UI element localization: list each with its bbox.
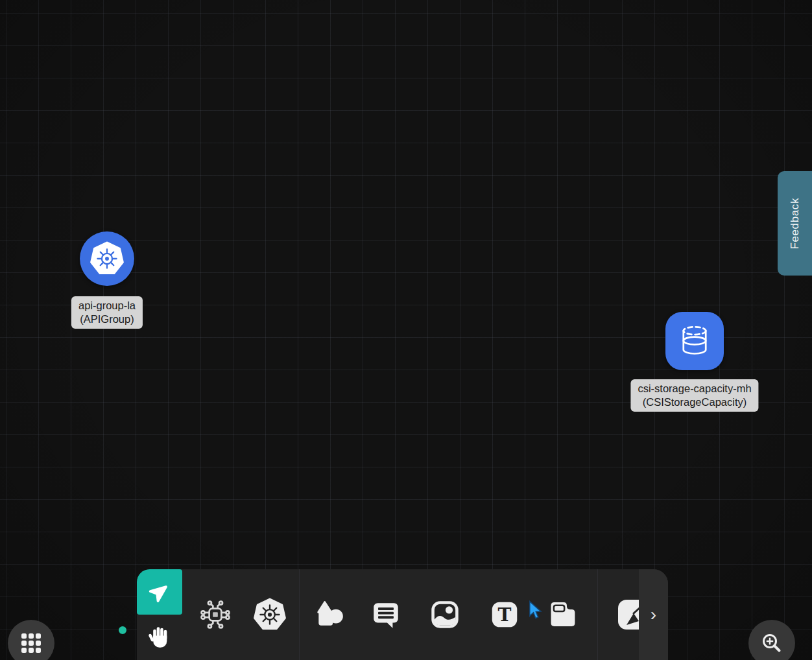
- storage-cylinder-icon: [676, 322, 713, 360]
- feedback-tab-label: Feedback: [789, 198, 802, 249]
- pan-tool-button[interactable]: [137, 615, 182, 660]
- text-tool-button[interactable]: T: [484, 594, 525, 635]
- node-badge[interactable]: [80, 231, 134, 286]
- node-csi-storage-capacity[interactable]: [665, 312, 724, 370]
- node-label-kind: (APIGroup): [78, 312, 136, 326]
- status-dot: [119, 626, 126, 634]
- node-label-csi-storage-capacity: csi-storage-capacity-mh (CSIStorageCapac…: [630, 379, 758, 412]
- diagram-canvas[interactable]: api-group-la (APIGroup) csi-storage-capa…: [0, 0, 812, 660]
- cursor-arrow-icon: [149, 581, 171, 603]
- image-tool-button[interactable]: [424, 594, 466, 635]
- frame-icon: [546, 598, 580, 631]
- node-label-name: api-group-la: [78, 299, 136, 312]
- node-badge[interactable]: [665, 312, 724, 370]
- frame-tool-button[interactable]: [542, 594, 584, 635]
- select-tool-button[interactable]: [137, 569, 182, 615]
- zoom-in-button[interactable]: [748, 620, 795, 660]
- toolbar-separator: [299, 569, 300, 660]
- node-api-group[interactable]: [80, 231, 134, 286]
- apps-grid-icon: [21, 633, 41, 653]
- apps-menu-button[interactable]: [8, 620, 54, 660]
- circuit-tool-button[interactable]: [195, 594, 236, 635]
- chevron-right-icon: ›: [651, 606, 656, 624]
- node-label-name: csi-storage-capacity-mh: [638, 382, 751, 395]
- toolbar: T ›: [137, 569, 668, 660]
- circuit-chip-icon: [199, 598, 232, 631]
- kubernetes-icon: [90, 241, 125, 276]
- kubernetes-icon: [253, 598, 287, 631]
- zoom-in-icon: [759, 631, 784, 655]
- comment-bubble-icon: [370, 598, 402, 631]
- toolbar-separator: [597, 569, 598, 660]
- image-icon: [428, 598, 462, 631]
- feedback-tab[interactable]: Feedback: [778, 171, 812, 276]
- shapes-icon: [313, 598, 346, 631]
- shapes-tool-button[interactable]: [309, 594, 350, 635]
- svg-text:T: T: [498, 604, 512, 626]
- text-t-icon: T: [488, 598, 521, 631]
- comment-tool-button[interactable]: [365, 594, 407, 635]
- node-label-kind: (CSIStorageCapacity): [638, 395, 751, 409]
- kubernetes-tool-button[interactable]: [249, 594, 291, 635]
- hand-icon: [147, 624, 173, 650]
- node-label-api-group: api-group-la (APIGroup): [71, 296, 143, 329]
- toolbar-expand-button[interactable]: ›: [639, 569, 668, 660]
